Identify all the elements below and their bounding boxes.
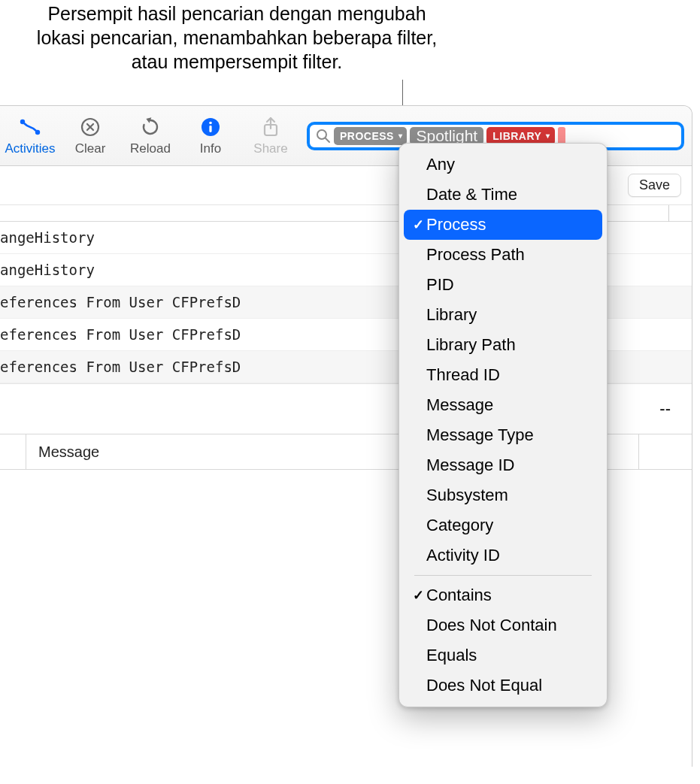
search-token-library-label: LIBRARY — [486, 130, 546, 142]
menu-item[interactable]: ✓Library Path — [404, 330, 602, 360]
menu-item[interactable]: ✓Message ID — [404, 450, 602, 480]
menu-item-label: Equals — [426, 646, 477, 665]
clear-label: Clear — [75, 141, 106, 156]
clear-button[interactable]: Clear — [60, 108, 120, 164]
menu-item-label: PID — [426, 275, 454, 295]
detail-placeholder-text: -- — [659, 399, 671, 419]
activities-label: Activities — [5, 141, 55, 156]
chevron-down-icon: ▾ — [398, 132, 408, 140]
search-token-process-label: PROCESS — [334, 130, 398, 142]
share-label: Share — [253, 141, 287, 156]
menu-item-label: Any — [426, 155, 455, 174]
menu-item[interactable]: ✓Equals — [404, 640, 602, 670]
menu-item[interactable]: ✓Any — [404, 150, 602, 180]
menu-item[interactable]: ✓Process Path — [404, 240, 602, 270]
menu-item[interactable]: ✓Contains — [404, 580, 602, 610]
info-label: Info — [200, 141, 221, 156]
menu-item[interactable]: ✓Subsystem — [404, 480, 602, 510]
share-button[interactable]: Share — [241, 108, 301, 164]
check-icon: ✓ — [410, 216, 426, 233]
menu-item-label: Library Path — [426, 335, 516, 355]
info-button[interactable]: Info — [180, 108, 241, 164]
menu-item-label: Process Path — [426, 245, 525, 265]
menu-item[interactable]: ✓PID — [404, 270, 602, 300]
svg-rect-5 — [209, 126, 211, 132]
menu-item-label: Subsystem — [426, 486, 508, 505]
chevron-down-icon: ▾ — [546, 132, 555, 140]
menu-item[interactable]: ✓Date & Time — [404, 180, 602, 210]
menu-item[interactable]: ✓Process — [404, 210, 602, 240]
search-token-library[interactable]: LIBRARY ▾ — [486, 127, 555, 145]
check-icon: ✓ — [410, 587, 426, 604]
reload-icon — [138, 116, 162, 138]
svg-point-4 — [209, 121, 212, 124]
menu-item-label: Message Type — [426, 425, 534, 445]
menu-item-label: Message — [426, 395, 493, 415]
svg-point-7 — [317, 130, 326, 139]
menu-item[interactable]: ✓Does Not Contain — [404, 610, 602, 640]
activities-button[interactable]: Activities — [0, 108, 60, 164]
share-icon — [259, 116, 283, 138]
search-token-dropdown: ✓Any✓Date & Time✓Process✓Process Path✓PI… — [398, 143, 608, 707]
reload-label: Reload — [130, 141, 171, 156]
clear-icon — [78, 116, 102, 138]
menu-item[interactable]: ✓Message Type — [404, 420, 602, 450]
menu-item-label: Does Not Contain — [426, 616, 557, 635]
column-divider[interactable] — [638, 434, 639, 469]
search-token-process[interactable]: PROCESS ▾ — [334, 127, 407, 145]
menu-item-label: Contains — [426, 586, 492, 605]
search-icon — [316, 129, 331, 144]
menu-item[interactable]: ✓Does Not Equal — [404, 670, 602, 701]
column-resize-handle[interactable] — [668, 205, 669, 222]
menu-item[interactable]: ✓Library — [404, 300, 602, 330]
reload-button[interactable]: Reload — [120, 108, 180, 164]
menu-item[interactable]: ✓Thread ID — [404, 360, 602, 390]
menu-item-label: Process — [426, 215, 486, 235]
menu-item-label: Activity ID — [426, 546, 500, 565]
activities-icon — [18, 116, 42, 138]
menu-item-label: Thread ID — [426, 365, 500, 385]
save-button[interactable]: Save — [628, 174, 681, 197]
menu-item[interactable]: ✓Activity ID — [404, 540, 602, 571]
menu-item[interactable]: ✓Category — [404, 510, 602, 540]
search-token-process-value[interactable]: Spotlight — [410, 127, 483, 145]
info-icon — [198, 116, 223, 138]
menu-item-label: Category — [426, 516, 493, 535]
menu-item-label: Message ID — [426, 456, 514, 475]
callout-text: Persempit hasil pencarian dengan menguba… — [30, 2, 444, 74]
menu-item-label: Does Not Equal — [426, 676, 542, 695]
menu-item-label: Date & Time — [426, 185, 517, 204]
menu-separator — [414, 575, 592, 576]
search-token-library-value-partial[interactable] — [558, 127, 565, 145]
menu-item-label: Library — [426, 305, 477, 325]
menu-item[interactable]: ✓Message — [404, 390, 602, 420]
